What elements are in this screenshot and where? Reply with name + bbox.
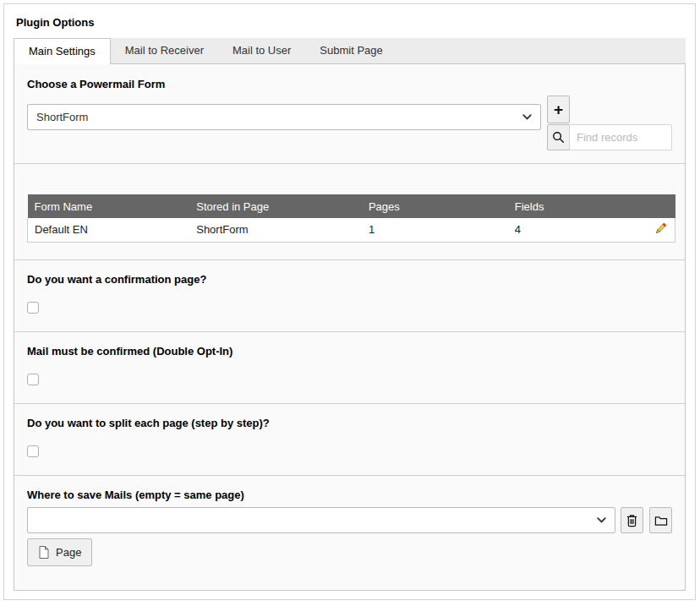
plugin-options-container: Plugin Options Main Settings Mail to Rec… [3,3,696,600]
add-record-button[interactable]: + [547,96,570,123]
pencil-edit-icon[interactable] [654,221,668,236]
tab-mail-to-user[interactable]: Mail to User [218,38,305,63]
section-save-mails: Where to save Mails (empty = same page) [14,476,685,590]
col-form-name: Form Name [28,194,190,218]
search-icon [552,131,565,144]
chevron-down-icon [597,517,606,523]
clear-selection-button[interactable] [621,507,643,533]
section-confirmation-page: Do you want a confirmation page? [14,260,685,332]
section-double-opt-in: Mail must be confirmed (Double Opt-In) [14,332,685,404]
chevron-down-icon [522,114,532,120]
tab-main-settings[interactable]: Main Settings [14,38,111,64]
page-button-label: Page [56,546,81,559]
powermail-form-select[interactable]: ShortForm [27,104,541,130]
save-mails-select[interactable] [27,507,615,533]
cell-form-name: Default EN [28,218,190,242]
section-form-table: Form Name Stored in Page Pages Fields De… [14,164,685,260]
col-stored-in-page: Stored in Page [189,194,362,218]
trash-icon [626,514,638,527]
page-button[interactable]: Page [27,538,92,566]
confirmation-page-label: Do you want a confirmation page? [27,273,672,286]
tab-bar: Main Settings Mail to Receiver Mail to U… [14,38,686,64]
double-opt-in-checkbox[interactable] [27,374,39,385]
search-button[interactable] [547,124,570,150]
section-choose-form: Choose a Powermail Form ShortForm + [14,64,685,164]
page-icon [38,545,50,560]
cell-fields: 4 [508,218,635,242]
form-records-table: Form Name Stored in Page Pages Fields De… [27,194,675,243]
table-row: Default EN ShortForm 1 4 [28,218,675,242]
find-records-input[interactable] [569,124,672,150]
powermail-form-select-value: ShortForm [36,111,522,123]
double-opt-in-label: Mail must be confirmed (Double Opt-In) [27,345,672,358]
tab-content-panel: Choose a Powermail Form ShortForm + [14,64,686,591]
cell-stored-in-page: ShortForm [189,218,362,242]
col-pages: Pages [362,194,508,218]
col-fields: Fields [508,194,635,218]
section-split-pages: Do you want to split each page (step by … [14,404,685,476]
tab-submit-page[interactable]: Submit Page [305,38,396,63]
browse-records-button[interactable] [649,507,672,533]
plus-icon: + [554,101,563,117]
split-pages-label: Do you want to split each page (step by … [27,417,672,429]
table-header-row: Form Name Stored in Page Pages Fields [28,194,675,218]
tab-mail-to-receiver[interactable]: Mail to Receiver [111,38,218,63]
choose-form-label: Choose a Powermail Form [27,78,672,90]
confirmation-page-checkbox[interactable] [27,302,39,314]
save-mails-label: Where to save Mails (empty = same page) [27,489,672,501]
cell-pages: 1 [362,218,508,242]
split-pages-checkbox[interactable] [27,445,39,457]
folder-icon [654,515,668,527]
page-title: Plugin Options [16,16,686,29]
col-actions [634,194,675,218]
